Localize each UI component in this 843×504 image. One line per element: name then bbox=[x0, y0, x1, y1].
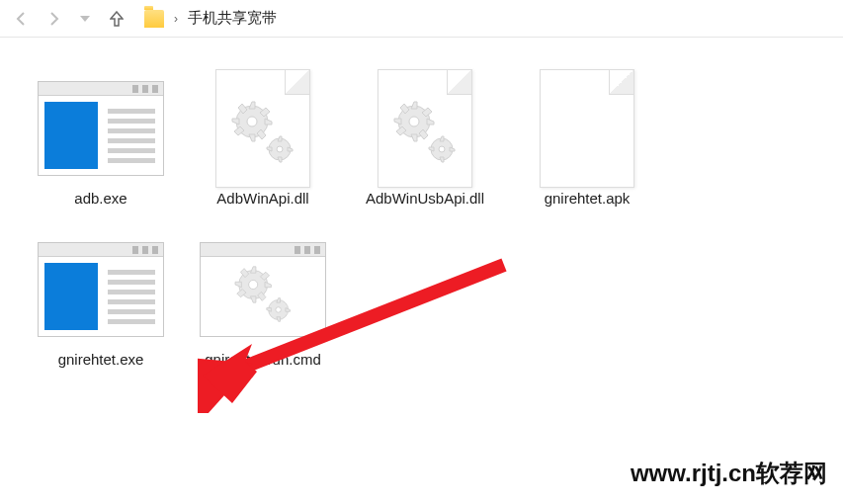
breadcrumb[interactable]: › 手机共享宽带 bbox=[144, 9, 277, 28]
file-item[interactable]: AdbWinUsbApi.dll bbox=[344, 79, 506, 209]
svg-point-11 bbox=[276, 306, 281, 311]
forward-button[interactable] bbox=[40, 5, 67, 33]
svg-point-7 bbox=[439, 146, 445, 152]
gear-icon bbox=[230, 100, 299, 165]
file-item[interactable]: gnirehtet.apk bbox=[506, 79, 668, 209]
up-button[interactable] bbox=[103, 5, 130, 33]
file-icon bbox=[523, 79, 651, 178]
file-item[interactable]: adb.exe bbox=[20, 79, 182, 209]
gear-icon bbox=[392, 100, 462, 165]
file-label: AdbWinApi.dll bbox=[182, 190, 344, 209]
chevron-right-icon: › bbox=[174, 12, 178, 26]
gear-icon bbox=[232, 265, 297, 324]
file-item[interactable]: gnirehtet-run.cmd bbox=[182, 240, 344, 370]
svg-point-1 bbox=[247, 117, 257, 126]
back-button[interactable] bbox=[8, 5, 36, 33]
file-label: gnirehtet.apk bbox=[506, 190, 668, 209]
nav-bar: › 手机共享宽带 bbox=[0, 0, 843, 38]
recent-button[interactable] bbox=[71, 5, 99, 33]
file-label: gnirehtet.exe bbox=[20, 351, 182, 370]
breadcrumb-label: 手机共享宽带 bbox=[188, 9, 277, 28]
file-label: gnirehtet-run.cmd bbox=[182, 351, 344, 370]
file-label: adb.exe bbox=[20, 190, 182, 209]
content-pane: adb.exe AdbWinApi.dll bbox=[0, 38, 843, 419]
dll-icon bbox=[361, 79, 489, 178]
dll-icon bbox=[199, 79, 327, 178]
cmd-icon bbox=[199, 240, 327, 339]
file-label: AdbWinUsbApi.dll bbox=[344, 190, 506, 209]
file-item[interactable]: gnirehtet.exe bbox=[20, 240, 182, 370]
watermark: www.rjtj.cn软荐网 bbox=[631, 458, 827, 489]
svg-point-9 bbox=[249, 280, 258, 289]
svg-point-5 bbox=[409, 117, 419, 126]
exe-icon bbox=[37, 79, 165, 178]
exe-icon bbox=[37, 240, 165, 339]
folder-icon bbox=[144, 10, 164, 28]
svg-point-3 bbox=[277, 146, 283, 152]
file-item[interactable]: AdbWinApi.dll bbox=[182, 79, 344, 209]
